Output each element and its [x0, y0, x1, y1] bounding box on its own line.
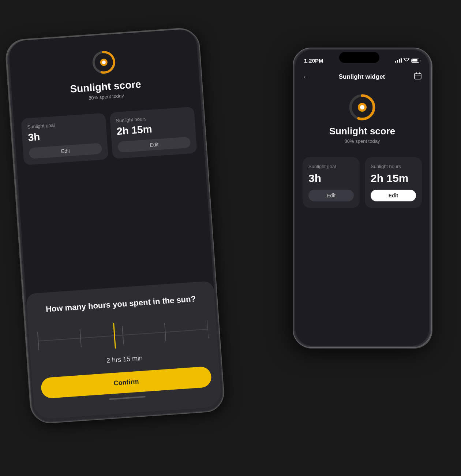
back-modal-title: How many hours you spent in the sun?: [35, 293, 206, 316]
card-hours-label: Sunlight hours: [371, 164, 416, 169]
score-title: Sunlight score: [303, 126, 422, 137]
battery-fill: [412, 59, 417, 62]
back-sun-progress-icon: [90, 49, 117, 76]
phone-back: Sunlight score 80% spent today Sunlight …: [5, 27, 225, 424]
battery-tip: [420, 60, 420, 62]
back-card-hours-value: 2h 15m: [116, 120, 190, 137]
score-section: Sunlight score 80% spent today: [295, 126, 429, 151]
front-power-button: [431, 100, 432, 114]
front-volume-button: [293, 107, 293, 121]
home-indicator-back: [109, 396, 146, 400]
back-card-hours-edit-button[interactable]: Edit: [117, 137, 191, 153]
signal-icon: [395, 58, 402, 63]
front-side-button: [431, 129, 432, 155]
volume-down-button: [12, 151, 15, 173]
back-modal: How many hours you spent in the sun?: [26, 281, 222, 420]
back-card-goal: Sunlight goal 3h Edit: [21, 113, 108, 165]
calendar-icon[interactable]: [414, 72, 422, 82]
confirm-button[interactable]: Confirm: [41, 366, 212, 399]
svg-point-8: [360, 105, 364, 109]
slider-marks: [37, 315, 209, 356]
back-card-hours: Sunlight hours 2h 15m Edit: [109, 107, 197, 159]
card-goal-label: Sunlight goal: [308, 164, 354, 169]
slider-mark-4: [164, 323, 166, 341]
phone-front: 1:20PM: [293, 48, 432, 348]
status-icons: [395, 58, 420, 63]
card-hours-value: 2h 15m: [371, 172, 416, 185]
slider-container[interactable]: [37, 315, 209, 356]
score-subtitle: 80% spent today: [303, 138, 422, 144]
battery-icon: [411, 59, 420, 63]
back-phone-content: Sunlight score 80% spent today Sunlight …: [8, 28, 222, 420]
slider-mark-1: [37, 332, 39, 350]
slider-mark-3: [122, 326, 124, 344]
dynamic-island: [339, 52, 379, 63]
back-top-section: Sunlight score 80% spent today: [8, 28, 200, 113]
card-goal-value: 3h: [308, 172, 354, 185]
card-hours-edit-button[interactable]: Edit: [371, 190, 416, 201]
signal-bar-3: [399, 59, 400, 63]
signal-bar-2: [397, 60, 398, 63]
mute-button: [8, 100, 11, 114]
back-phone-screen: Sunlight score 80% spent today Sunlight …: [8, 28, 222, 420]
nav-title: Sunlight widget: [339, 73, 385, 81]
slider-mark-5: [207, 320, 209, 338]
card-goal-edit-button[interactable]: Edit: [308, 190, 354, 201]
sun-progress-container: [295, 93, 429, 122]
back-card-goal-edit-button[interactable]: Edit: [29, 143, 102, 159]
back-card-goal-value: 3h: [28, 127, 101, 144]
card-sunlight-hours: Sunlight hours 2h 15m Edit: [365, 157, 422, 208]
sun-progress-icon: [348, 93, 377, 122]
status-bar: 1:20PM: [295, 50, 429, 68]
slider-mark-2: [80, 329, 82, 347]
status-time: 1:20PM: [304, 57, 323, 64]
front-phone-screen: 1:20PM: [295, 50, 429, 346]
signal-bar-1: [395, 61, 396, 63]
volume-up-button: [10, 122, 13, 144]
cards-row: Sunlight goal 3h Edit Sunlight hours 2h …: [295, 151, 429, 214]
svg-rect-4: [415, 73, 421, 79]
card-sunlight-goal: Sunlight goal 3h Edit: [303, 157, 360, 208]
back-button[interactable]: ←: [303, 72, 310, 81]
signal-bar-4: [401, 58, 402, 63]
scene: Sunlight score 80% spent today Sunlight …: [29, 18, 432, 458]
nav-bar: ← Sunlight widget: [295, 68, 429, 85]
wifi-icon: [404, 58, 409, 63]
